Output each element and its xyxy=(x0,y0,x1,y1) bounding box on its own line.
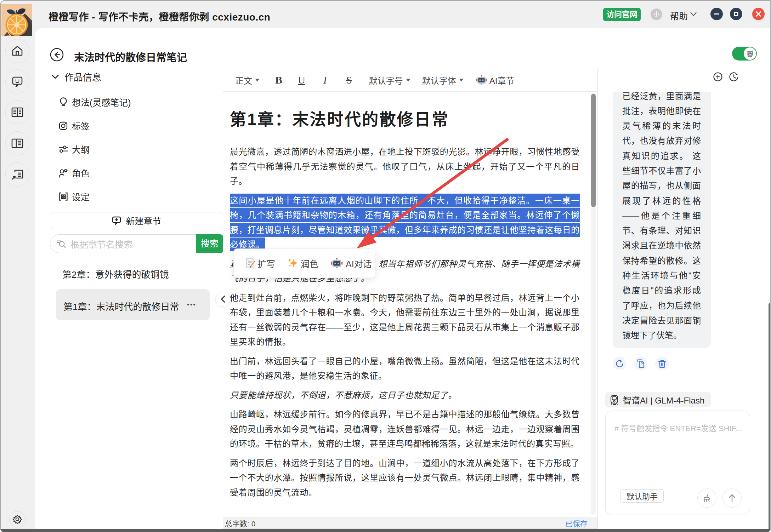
model-chip-label: 智谱AI | GLM-4-Flash xyxy=(623,394,704,406)
section-label: 作品信息 xyxy=(64,70,101,83)
sidebar-item-characters[interactable]: 角色 xyxy=(58,166,90,179)
sidebar-item-ideas[interactable]: 想法(灵感笔记) xyxy=(58,96,131,108)
assistant-message-text: 已经泛黄，里面满是批注，表明他即使在灵气稀薄的末法时代，也没有放弃对修真知识的追… xyxy=(622,92,701,343)
chapter-search-input[interactable]: 根据章节名搜索 xyxy=(50,234,196,253)
sidebar-item-outline[interactable]: 大纲 xyxy=(58,143,90,155)
avatar[interactable]: 小 xyxy=(651,8,662,20)
sidebar-item-settings[interactable]: 设定 xyxy=(58,190,90,203)
model-robot-icon xyxy=(610,394,618,405)
underline-button[interactable]: U xyxy=(298,74,305,86)
editor-panel: 正文 B U I S 默认字号 默认字体 xyxy=(223,69,598,529)
settings-gear-icon[interactable] xyxy=(9,511,25,527)
sidebar-item-tags[interactable]: 标签 xyxy=(58,119,90,132)
new-chapter-label: 新建章节 xyxy=(126,214,161,227)
caret-down-icon xyxy=(406,79,410,82)
editor-toolbar: 正文 B U I S 默认字号 默认字体 xyxy=(223,69,597,92)
italic-button[interactable]: I xyxy=(323,74,327,86)
sidebar-item-label: 角色 xyxy=(72,166,90,179)
paragraph: 出门前，林远回头看了一眼自己的小屋，嘴角微微上扬。虽然简陋，但这是他在这末法时代… xyxy=(230,354,580,383)
paragraph: 他走到灶台前，点燃柴火，将昨晚剩下的野菜粥热了热。简单的早餐过后，林远背上一个小… xyxy=(230,291,580,349)
tag-icon xyxy=(58,121,68,131)
send-button[interactable] xyxy=(722,488,742,508)
sidebar-item-label: 想法(灵感笔记) xyxy=(72,96,131,108)
search-placeholder: 根据章节名搜索 xyxy=(70,238,132,250)
export-doc-icon[interactable] xyxy=(5,162,29,187)
ai-assistant-toggle[interactable] xyxy=(732,47,757,61)
back-button[interactable] xyxy=(50,48,64,62)
book-open-icon[interactable] xyxy=(5,100,29,124)
help-menu[interactable]: 帮助 xyxy=(670,9,688,22)
search-button[interactable]: 搜索 xyxy=(196,234,223,253)
memo-pencil-icon xyxy=(245,258,255,268)
font-family-select[interactable]: 默认字体 xyxy=(422,74,464,86)
bold-button[interactable]: B xyxy=(275,74,282,86)
font-size-select[interactable]: 默认字号 xyxy=(369,74,410,86)
strikethrough-button[interactable]: S xyxy=(346,74,352,86)
editor-statusbar: 总字数: 0 已保存 xyxy=(223,517,597,528)
visit-site-button[interactable]: 访问官网 xyxy=(603,8,641,21)
document[interactable]: 第1章：末法时代的散修日常 晨光微熹，透过简陋的木窗洒进小屋，在地上投下斑驳的光… xyxy=(230,106,580,504)
app-title: 橙橙写作 - 写作不卡壳，橙橙帮你剥 ccxiezuo.cn xyxy=(49,9,270,23)
editor-scrollbar-thumb[interactable] xyxy=(591,94,596,207)
sparkles-icon xyxy=(287,258,298,269)
panel-scrollbar-thumb[interactable] xyxy=(769,303,770,531)
character-user-gear-icon xyxy=(58,168,68,178)
chevron-down-icon xyxy=(51,74,59,79)
chapter-heading: 第1章：末法时代的散修日常 xyxy=(230,106,580,130)
chapter-label: 第1章：末法时代的散修日常 xyxy=(63,299,179,313)
app-logo xyxy=(1,4,32,36)
assistant-divider xyxy=(604,87,750,87)
sidebar-item-label: 大纲 xyxy=(72,143,90,155)
work-title: 末法时代的散修日常笔记 xyxy=(74,49,187,64)
app-window: 橙橙写作 - 写作不卡壳，橙橙帮你剥 ccxiezuo.cn 访问官网 小 帮助 xyxy=(0,0,771,532)
chapter-item[interactable]: 第2章：意外获得的破铜镜 xyxy=(62,267,169,280)
delete-icon[interactable] xyxy=(655,357,669,370)
feedback-chat-icon[interactable] xyxy=(5,69,29,93)
caret-down-icon xyxy=(459,79,464,82)
section-work-info[interactable]: 作品信息 xyxy=(51,70,101,83)
paragraph-selected: 这间小屋是他十年前在远离人烟的山脚下的住所，不大，但收拾得干净整洁。一床一桌一椅… xyxy=(230,193,580,252)
close-button[interactable] xyxy=(752,8,765,20)
paragraph: 晨光微熹，透过简陋的木窗洒进小屋，在地上投下斑驳的光影。林远睁开眼，习惯性地感受… xyxy=(230,144,580,189)
new-chapter-button[interactable]: 新建章节 xyxy=(50,212,223,229)
chat-input[interactable]: # 符号触发指令 ENTER=发送 SHIF... 默认助手 xyxy=(605,411,750,514)
sidebar-divider xyxy=(50,526,223,526)
minimize-button[interactable] xyxy=(710,8,723,20)
ai-chapter-button[interactable]: AI章节 xyxy=(476,74,515,86)
collapse-sidebar-button[interactable] xyxy=(215,292,230,307)
clear-broom-icon[interactable] xyxy=(697,488,716,508)
window-bottom-edge xyxy=(1,529,770,532)
ai-chat-label: AI对话 xyxy=(346,257,372,270)
new-conversation-button[interactable] xyxy=(713,72,723,82)
paragraph: 山路崎岖，林远缓步前行。如今的修真界，早已不是古籍中描述的那般仙气缭绕。大多数曾… xyxy=(230,407,580,451)
chevron-down-icon xyxy=(689,11,698,17)
paragraph: 两个时辰后，林远终于到达了目的地。山涧中，一道细小的水流从高处落下，在下方形成了… xyxy=(230,456,580,500)
expand-write-label: 扩写 xyxy=(257,257,275,270)
ai-chat-button[interactable]: AI对话 xyxy=(330,257,372,270)
chat-plus-icon xyxy=(112,216,121,225)
robot-icon xyxy=(330,257,343,269)
caret-down-icon xyxy=(255,79,260,82)
expand-write-button[interactable]: 扩写 xyxy=(245,257,275,270)
maximize-button[interactable] xyxy=(730,8,742,20)
model-chip[interactable]: 智谱AI | GLM-4-Flash xyxy=(605,392,711,407)
default-assistant-button[interactable]: 默认助手 xyxy=(620,489,664,503)
editor-scrollbar[interactable] xyxy=(591,92,596,515)
word-count: 总字数: 0 xyxy=(225,518,255,528)
paragraph-style-select[interactable]: 正文 xyxy=(235,74,260,86)
robot-face-icon xyxy=(744,47,756,60)
regenerate-icon[interactable] xyxy=(613,357,626,370)
selection-ai-popup: 扩写 润色 xyxy=(233,248,375,278)
search-icon xyxy=(56,239,67,249)
more-dots-icon[interactable]: ••• xyxy=(187,301,196,309)
history-icon[interactable] xyxy=(729,72,739,82)
chapter-item-active[interactable]: 第1章：末法时代的散修日常 ••• xyxy=(56,289,210,320)
polish-label: 润色 xyxy=(301,257,318,270)
robot-icon xyxy=(476,75,487,85)
reader-panel-icon[interactable] xyxy=(5,131,29,155)
home-icon[interactable] xyxy=(5,39,29,63)
lightbulb-icon xyxy=(58,97,68,107)
sidebar-item-label: 标签 xyxy=(72,119,90,132)
copy-icon[interactable] xyxy=(634,357,647,370)
polish-button[interactable]: 润色 xyxy=(287,257,318,270)
